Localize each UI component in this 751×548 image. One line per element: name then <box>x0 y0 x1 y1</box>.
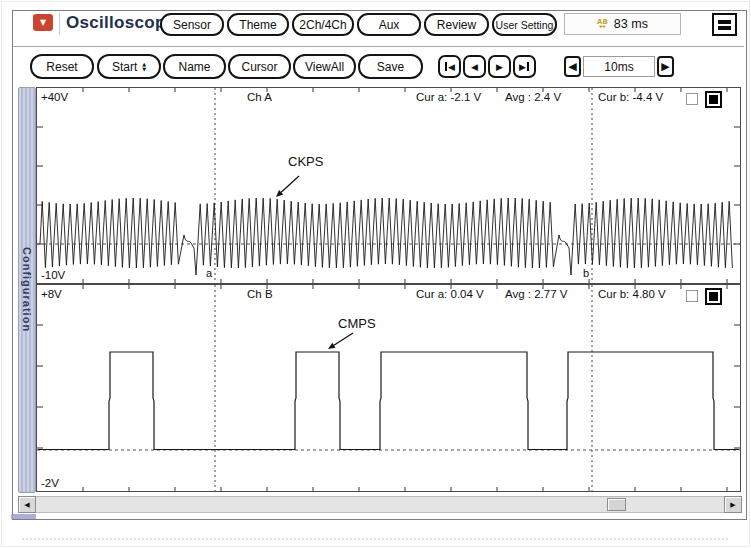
left-triangle-icon: ◀ <box>24 501 29 509</box>
channel-mode-button[interactable]: 2Ch/4Ch <box>292 13 354 36</box>
channel-a-average-value: Avg : 2.4 V <box>505 91 561 103</box>
channel-a-panel: +40V Ch A Cur a: -2.1 V Avg : 2.4 V Cur … <box>36 87 741 284</box>
timebase-decrease-button[interactable]: ◀ <box>564 56 581 77</box>
channel-b-checkbox[interactable] <box>686 290 698 302</box>
channel-a-display-toggle[interactable] <box>705 91 722 108</box>
channel-b-name: Ch B <box>247 288 273 300</box>
step-forward-button[interactable]: ▶ <box>488 55 511 78</box>
scrollbar-left-button[interactable]: ◀ <box>18 496 36 513</box>
cursor-button[interactable]: Cursor <box>228 54 291 79</box>
channel-b-display-toggle[interactable] <box>705 288 722 305</box>
configuration-tab[interactable]: Configuration <box>18 87 36 493</box>
save-button[interactable]: Save <box>358 54 423 79</box>
channel-a-cursor-b-value: Cur b: -4.4 V <box>598 91 663 103</box>
horizontal-scrollbar[interactable] <box>18 496 742 513</box>
svg-text:a: a <box>206 267 213 279</box>
hamburger-menu-icon[interactable] <box>712 13 737 36</box>
channel-b-cursor-a-value: Cur a: 0.04 V <box>416 288 484 300</box>
measure-value: 83 ms <box>614 17 648 31</box>
channel-a-cursor-a-value: Cur a: -2.1 V <box>416 91 481 103</box>
theme-button[interactable]: Theme <box>227 13 289 36</box>
right-triangle-icon: ▶ <box>519 62 526 72</box>
channel-b-panel: +8V Ch B Cur a: 0.04 V Avg : 2.77 V Cur … <box>36 284 741 492</box>
filled-square-icon <box>709 292 718 301</box>
bar-icon <box>527 62 529 71</box>
title-divider <box>59 13 60 35</box>
right-triangle-icon: ▶ <box>730 501 735 509</box>
bar-icon <box>445 62 447 71</box>
svg-text:CKPS: CKPS <box>288 154 324 169</box>
channel-a-top-scale: +40V <box>41 91 68 103</box>
start-button-label: Start <box>112 60 137 74</box>
channel-b-cursor-b-value: Cur b: 4.80 V <box>598 288 666 300</box>
left-triangle-icon: ◀ <box>568 60 576 73</box>
step-back-button[interactable]: ◀ <box>463 55 486 78</box>
sensor-button[interactable]: Sensor <box>160 13 224 36</box>
scrollbar-thumb[interactable] <box>607 498 626 511</box>
user-setting-button[interactable]: User Setting <box>492 13 557 36</box>
channel-b-top-scale: +8V <box>41 288 62 300</box>
ab-time-measure-box: AB ↔ 83 ms <box>564 13 681 35</box>
timebase-value: 10ms <box>583 56 655 77</box>
review-button[interactable]: Review <box>424 13 489 36</box>
ab-cursors-icon: AB ↔ <box>597 19 608 30</box>
start-button[interactable]: Start ▲▼ <box>97 54 161 79</box>
viewall-button[interactable]: ViewAll <box>293 54 356 79</box>
channel-a-checkbox[interactable] <box>686 93 698 105</box>
left-triangle-icon: ◀ <box>448 62 455 72</box>
svg-text:b: b <box>583 267 589 279</box>
name-button[interactable]: Name <box>163 54 226 79</box>
app-title: Oscilloscope <box>66 13 175 33</box>
channel-b-waveform: CMPS <box>37 285 740 491</box>
oscilloscope-app: ▼ Oscilloscope Sensor Theme 2Ch/4Ch Aux … <box>0 0 751 548</box>
chevron-down-icon: ▼ <box>40 18 46 27</box>
channel-b-average-value: Avg : 2.77 V <box>505 288 567 300</box>
configuration-tab-label: Configuration <box>21 247 33 332</box>
photo-artifact <box>11 514 36 519</box>
go-first-button[interactable]: ◀ <box>438 55 461 78</box>
svg-text:CMPS: CMPS <box>338 316 376 331</box>
channel-a-name: Ch A <box>247 91 272 103</box>
channel-a-bottom-scale: -10V <box>41 269 65 281</box>
channel-b-bottom-scale: -2V <box>41 477 59 489</box>
spinner-icon[interactable]: ▲▼ <box>142 62 146 71</box>
timebase-increase-button[interactable]: ▶ <box>657 56 674 77</box>
reset-button[interactable]: Reset <box>30 54 94 79</box>
aux-button[interactable]: Aux <box>357 13 421 36</box>
right-triangle-icon: ▶ <box>661 60 669 73</box>
right-triangle-icon: ▶ <box>496 62 503 72</box>
filled-square-icon <box>709 95 718 104</box>
channel-a-waveform: CKPSab <box>37 88 740 283</box>
app-menu-icon[interactable]: ▼ <box>33 14 53 31</box>
left-triangle-icon: ◀ <box>471 62 478 72</box>
go-last-button[interactable]: ▶ <box>513 55 536 78</box>
toolbar-separator <box>13 46 744 47</box>
photo-artifact-line <box>22 538 728 540</box>
scrollbar-right-button[interactable]: ▶ <box>724 496 742 513</box>
